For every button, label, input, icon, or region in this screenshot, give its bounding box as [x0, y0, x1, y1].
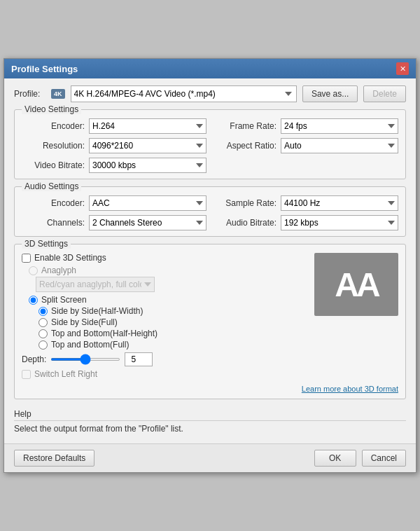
- top-full-radio[interactable]: [38, 340, 48, 350]
- 3d-settings-content: Enable 3D Settings Anaglyph Red/cyan ana…: [22, 253, 398, 393]
- audio-form-grid: Encoder: AAC Sample Rate: 44100 Hz: [22, 195, 398, 230]
- save-as-button[interactable]: Save as...: [302, 85, 358, 102]
- aa-preview-text: AA: [335, 266, 377, 304]
- frame-rate-label: Frame Rate:: [214, 121, 276, 131]
- split-screen-label: Split Screen: [41, 295, 87, 305]
- audio-encoder-label: Encoder:: [22, 198, 85, 208]
- resolution-row: Resolution: 4096*2160: [22, 138, 206, 153]
- side-half-label: Side by Side(Half-Width): [51, 306, 143, 316]
- resolution-select[interactable]: 4096*2160: [89, 138, 206, 153]
- close-button[interactable]: ✕: [396, 62, 409, 75]
- encoder-row: Encoder: H.264: [22, 118, 206, 134]
- audio-encoder-select[interactable]: AAC: [89, 195, 206, 211]
- video-settings-section: Video Settings Encoder: H.264 Frame Rate…: [14, 109, 406, 179]
- title-bar: Profile Settings ✕: [4, 59, 416, 78]
- audio-bitrate-select[interactable]: 192 kbps: [281, 215, 398, 230]
- frame-rate-row: Frame Rate: 24 fps: [214, 118, 398, 134]
- help-section-label: Help: [14, 409, 406, 421]
- top-half-radio[interactable]: [38, 329, 48, 338]
- sample-rate-label: Sample Rate:: [214, 198, 276, 208]
- 3d-settings-left: Enable 3D Settings Anaglyph Red/cyan ana…: [22, 253, 307, 382]
- enable-3d-label: Enable 3D Settings: [34, 253, 106, 263]
- video-bitrate-row: Video Bitrate: 30000 kbps: [22, 158, 206, 173]
- 3d-settings-legend: 3D Settings: [22, 239, 71, 249]
- enable-3d-checkbox[interactable]: [22, 254, 31, 263]
- audio-settings-section: Audio Settings Encoder: AAC Sample Rate:: [14, 186, 406, 237]
- ok-button[interactable]: OK: [314, 450, 356, 467]
- 3d-settings-section: 3D Settings Enable 3D Settings Anaglyph: [14, 244, 406, 399]
- aspect-ratio-select[interactable]: Auto: [281, 138, 398, 153]
- dialog-body: Profile: 4K 4K H.264/MPEG-4 AVC Video (*…: [4, 78, 416, 443]
- anaglyph-label: Anaglyph: [41, 266, 76, 275]
- switch-lr-label: Switch Left Right: [34, 369, 97, 379]
- top-full-row: Top and Bottom(Full): [38, 340, 307, 350]
- audio-bitrate-row: Audio Bitrate: 192 kbps: [214, 215, 398, 230]
- top-full-label: Top and Bottom(Full): [51, 340, 129, 350]
- dialog-title: Profile Settings: [11, 64, 78, 74]
- side-half-row: Side by Side(Half-Width): [38, 306, 307, 316]
- encoder-label: Encoder:: [22, 121, 85, 131]
- side-half-radio[interactable]: [38, 307, 48, 316]
- side-full-radio[interactable]: [38, 318, 48, 327]
- anaglyph-radio[interactable]: [29, 266, 38, 275]
- depth-label: Depth:: [22, 354, 46, 364]
- audio-settings-content: Encoder: AAC Sample Rate: 44100 Hz: [22, 195, 398, 230]
- profile-select[interactable]: 4K H.264/MPEG-4 AVC Video (*.mp4): [71, 85, 297, 102]
- anaglyph-row: Anaglyph: [29, 266, 307, 275]
- help-text: Select the output format from the "Profi…: [14, 424, 406, 434]
- side-full-label: Side by Side(Full): [51, 317, 118, 327]
- delete-button[interactable]: Delete: [363, 85, 406, 102]
- video-settings-content: Encoder: H.264 Frame Rate: 24 fps: [22, 118, 398, 173]
- aa-preview: AA: [314, 253, 398, 316]
- aspect-ratio-label: Aspect Ratio:: [214, 141, 276, 151]
- depth-spinbox[interactable]: [125, 352, 153, 366]
- split-screen-radio[interactable]: [29, 296, 38, 305]
- audio-settings-legend: Audio Settings: [22, 181, 81, 191]
- profile-settings-dialog: Profile Settings ✕ Profile: 4K 4K H.264/…: [4, 58, 416, 473]
- switch-lr-checkbox[interactable]: [22, 370, 31, 379]
- anaglyph-select-row: Red/cyan anaglyph, full color: [36, 277, 307, 292]
- profile-label: Profile:: [14, 89, 46, 99]
- sample-rate-select[interactable]: 44100 Hz: [281, 195, 398, 211]
- encoder-select[interactable]: H.264: [89, 118, 206, 134]
- resolution-label: Resolution:: [22, 141, 85, 151]
- profile-icon: 4K: [51, 89, 65, 99]
- anaglyph-select[interactable]: Red/cyan anaglyph, full color: [36, 277, 155, 292]
- learn-more-link[interactable]: Learn more about 3D format: [22, 385, 398, 393]
- enable-3d-row: Enable 3D Settings: [22, 253, 307, 263]
- split-screen-row: Split Screen: [29, 295, 307, 305]
- channels-label: Channels:: [22, 218, 85, 228]
- profile-row: Profile: 4K 4K H.264/MPEG-4 AVC Video (*…: [14, 85, 406, 102]
- video-form-grid: Encoder: H.264 Frame Rate: 24 fps: [22, 118, 398, 173]
- video-settings-legend: Video Settings: [22, 104, 81, 114]
- cancel-button[interactable]: Cancel: [362, 450, 406, 467]
- dialog-footer: Restore Defaults OK Cancel: [4, 443, 416, 472]
- footer-right: OK Cancel: [314, 450, 406, 467]
- video-bitrate-label: Video Bitrate:: [22, 160, 85, 170]
- channels-select[interactable]: 2 Channels Stereo: [89, 215, 206, 230]
- depth-row: Depth:: [22, 352, 307, 366]
- depth-slider[interactable]: [50, 358, 120, 361]
- switch-lr-row: Switch Left Right: [22, 369, 307, 379]
- video-bitrate-select[interactable]: 30000 kbps: [89, 158, 206, 173]
- help-section: Help Select the output format from the "…: [14, 406, 406, 436]
- restore-defaults-button[interactable]: Restore Defaults: [14, 450, 94, 467]
- top-half-label: Top and Bottom(Half-Height): [51, 329, 158, 338]
- sample-rate-row: Sample Rate: 44100 Hz: [214, 195, 398, 211]
- top-half-row: Top and Bottom(Half-Height): [38, 329, 307, 338]
- audio-bitrate-label: Audio Bitrate:: [214, 218, 276, 228]
- aspect-ratio-row: Aspect Ratio: Auto: [214, 138, 398, 153]
- frame-rate-select[interactable]: 24 fps: [281, 118, 398, 134]
- channels-row: Channels: 2 Channels Stereo: [22, 215, 206, 230]
- audio-encoder-row: Encoder: AAC: [22, 195, 206, 211]
- 3d-settings-layout: Enable 3D Settings Anaglyph Red/cyan ana…: [22, 253, 398, 382]
- side-full-row: Side by Side(Full): [38, 317, 307, 327]
- 3d-settings-right: AA: [314, 253, 398, 382]
